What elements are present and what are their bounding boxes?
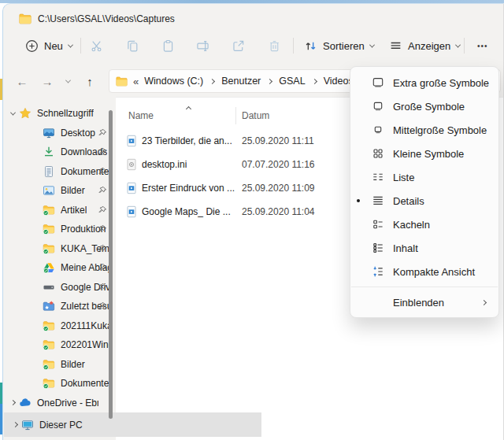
pin-icon[interactable] [98, 283, 107, 292]
sidebar-item-202201windows[interactable]: 202201Windows [6, 335, 109, 355]
sidebar-item-onedrive-ebner[interactable]: OneDrive - Ebner [6, 394, 109, 413]
copy-icon [126, 39, 139, 53]
file-row[interactable]: Google Maps_ Die ... 25.09.2020 11:04 [116, 200, 376, 224]
share-icon [232, 39, 245, 53]
sort-button[interactable]: Sortieren [298, 34, 380, 57]
pin-icon[interactable] [98, 301, 107, 311]
copy-button[interactable] [120, 34, 146, 57]
sort-ascending-icon [186, 106, 191, 112]
menu-item-label: Details [393, 195, 424, 207]
ellipsis-icon: ••• [477, 42, 488, 50]
back-button[interactable]: ← [11, 70, 33, 92]
menu-item-große-symbole[interactable]: Große Symbole [350, 94, 498, 118]
up-button[interactable]: ↑ [79, 70, 101, 92]
paste-button[interactable] [155, 34, 181, 57]
sidebar-item-dokumente[interactable]: Dokumente [6, 374, 109, 394]
file-row[interactable]: 23 Tierbilder, die an... 25.09.2020 11:1… [116, 129, 376, 153]
media-file-icon [125, 135, 138, 147]
cloud-icon [19, 397, 32, 409]
drive-icon [43, 281, 55, 294]
chevron-down-icon[interactable] [9, 109, 15, 115]
sidebar-item-bilder[interactable]: Bilder [6, 355, 109, 375]
gdrive-sync-icon [43, 261, 55, 274]
window-title: C:\Users\GSAL\Videos\Captures [38, 13, 175, 24]
sidebar-item-schnellzugriff[interactable]: Schnellzugriff [6, 104, 109, 124]
details-view-icon [371, 194, 385, 207]
column-divider[interactable] [235, 107, 236, 124]
sidebar-item-produktion[interactable]: Produktion [6, 220, 109, 239]
pin-icon[interactable] [98, 263, 107, 272]
breadcrumb-segment[interactable]: Videos [324, 76, 354, 87]
sidebar-item-artikel[interactable]: Artikel [6, 201, 109, 220]
content-view-icon [371, 242, 385, 254]
file-date: 25.09.2020 11:11 [242, 135, 314, 146]
downloads-icon [43, 146, 55, 158]
column-header-name[interactable]: Name [128, 110, 154, 121]
sidebar-item-google-drive[interactable]: Google Drive [6, 278, 109, 298]
explorer-window: C:\Users\GSAL\Videos\Captures Neu [0, 0, 504, 440]
sidebar-item-dokumente[interactable]: Dokumente [6, 162, 109, 182]
media-file-icon [125, 205, 138, 218]
sidebar-item-label: Desktop [61, 128, 95, 139]
more-button[interactable]: ••• [471, 34, 495, 57]
breadcrumb-segment[interactable]: Windows (C:) [144, 76, 203, 87]
breadcrumb-segment[interactable]: GSAL [279, 76, 305, 87]
sidebar-item-dieser-pc[interactable]: Dieser PC [4, 412, 261, 437]
sidebar-scrollbar[interactable] [109, 110, 113, 419]
extra-large-icons-icon [371, 76, 385, 89]
delete-button[interactable] [261, 34, 287, 57]
pin-icon[interactable] [98, 128, 107, 138]
sort-arrows-icon [304, 39, 317, 53]
star-icon [19, 107, 32, 120]
breadcrumb-overflow-indicator[interactable]: « [133, 76, 139, 87]
file-date: 25.09.2020 11:04 [242, 206, 315, 217]
new-button[interactable]: Neu [19, 34, 79, 57]
cut-button[interactable] [83, 34, 109, 57]
expander [6, 112, 19, 116]
pin-icon[interactable] [98, 244, 107, 253]
share-button[interactable] [225, 34, 251, 57]
sidebar-item-label: 202111Kuka [61, 320, 109, 331]
sidebar-item-downloads[interactable]: Downloads [6, 142, 109, 162]
menu-item-liste[interactable]: Liste [350, 165, 498, 189]
rename-button[interactable] [190, 34, 216, 57]
menu-item-inhalt[interactable]: Inhalt [350, 236, 498, 260]
pin-icon[interactable] [98, 205, 107, 215]
sidebar-item-202111kuka[interactable]: 202111Kuka [6, 316, 109, 336]
file-row[interactable]: Erster Eindruck von ... 25.09.2020 11:09 [116, 176, 376, 200]
sidebar-item-meine-ablage[interactable]: Meine Ablage [6, 258, 109, 278]
menu-item-mittelgroße-symbole[interactable]: Mittelgroße Symbole [350, 118, 498, 142]
menu-item-kacheln[interactable]: Kacheln [350, 213, 498, 236]
file-row[interactable]: desktop.ini 07.07.2020 11:16 [116, 153, 376, 176]
breadcrumb-segment[interactable]: Benutzer [221, 76, 261, 87]
pin-icon[interactable] [98, 147, 107, 157]
pin-icon[interactable] [98, 224, 107, 234]
menu-item-label: Große Symbole [393, 101, 465, 113]
file-date: 25.09.2020 11:09 [242, 183, 315, 194]
view-lines-icon [389, 39, 402, 53]
chevron-right-icon[interactable] [12, 422, 17, 427]
column-header-datum[interactable]: Datum [242, 110, 269, 121]
sidebar-item-kuka-temp[interactable]: KUKA_Temp [6, 239, 109, 259]
sidebar-item-zuletzt-besuc[interactable]: Zuletzt besuc [6, 297, 109, 316]
menu-item-label: Liste [393, 172, 414, 183]
menu-item-label: Extra große Symbole [393, 77, 489, 89]
view-button[interactable]: Anzeigen [383, 34, 466, 57]
menu-item-kompakte-ansicht[interactable]: Kompakte Ansicht [350, 260, 498, 283]
forward-button[interactable]: → [36, 70, 58, 92]
sidebar-item-desktop[interactable]: Desktop [6, 124, 109, 143]
sidebar-item-bilder[interactable]: Bilder [6, 181, 109, 201]
pin-icon[interactable] [98, 186, 107, 195]
folder-sync-icon [43, 320, 55, 332]
chevron-right-icon[interactable] [9, 400, 15, 405]
menu-item-einblenden[interactable]: Einblenden [350, 290, 498, 314]
menu-item-kleine-symbole[interactable]: Kleine Symbole [350, 142, 498, 165]
clipboard-icon [161, 39, 175, 53]
file-name: Google Maps_ Die ... [142, 206, 231, 217]
menu-item-extra-große-symbole[interactable]: Extra große Symbole [350, 71, 498, 94]
submenu-chevron-icon [481, 299, 487, 305]
menu-item-details[interactable]: Details [350, 189, 498, 213]
pin-icon[interactable] [98, 167, 107, 176]
list-view-icon [371, 171, 385, 183]
recent-locations-button[interactable] [60, 70, 76, 92]
